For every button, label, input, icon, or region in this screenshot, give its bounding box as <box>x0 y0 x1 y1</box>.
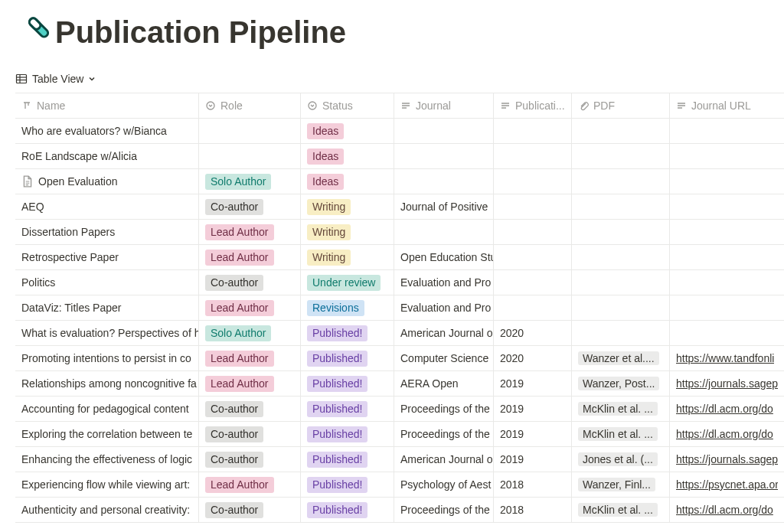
cell-name[interactable]: AEQ <box>15 194 199 219</box>
col-header-pdf[interactable]: PDF <box>572 93 670 118</box>
cell-url[interactable] <box>670 295 784 320</box>
cell-pdf[interactable] <box>572 220 670 244</box>
cell-name[interactable]: Authenticity and personal creativity: <box>15 498 199 522</box>
cell-role[interactable]: Lead Author <box>199 472 301 497</box>
table-row[interactable]: RoE Landscape w/AliciaIdeas <box>15 144 784 169</box>
cell-name[interactable]: RoE Landscape w/Alicia <box>15 144 199 168</box>
cell-journal[interactable]: American Journal o <box>394 447 494 472</box>
cell-journal[interactable]: Psychology of Aest <box>394 472 494 497</box>
cell-publication[interactable]: 2019 <box>494 371 572 396</box>
cell-role[interactable]: Lead Author <box>199 220 301 244</box>
cell-publication[interactable] <box>494 245 572 269</box>
cell-publication[interactable] <box>494 169 572 194</box>
cell-role[interactable]: Co-author <box>199 447 301 472</box>
cell-role[interactable]: Lead Author <box>199 245 301 269</box>
table-row[interactable]: Accounting for pedagogical contentCo-aut… <box>15 397 784 422</box>
cell-pdf[interactable]: Wanzer et al.... <box>572 346 670 370</box>
pdf-attachment[interactable]: Jones et al. (... <box>578 452 658 466</box>
cell-name[interactable]: Relationships among noncognitive fa <box>15 371 199 396</box>
table-row[interactable]: What is evaluation? Perspectives of hSol… <box>15 321 784 346</box>
cell-pdf[interactable]: Wanzer, Post... <box>572 371 670 396</box>
cell-name[interactable]: Enhancing the effectiveness of logic <box>15 447 199 472</box>
cell-role[interactable]: Lead Author <box>199 346 301 370</box>
view-selector[interactable]: Table View <box>15 73 784 85</box>
cell-url[interactable] <box>670 194 784 219</box>
cell-role[interactable] <box>199 144 301 168</box>
cell-name[interactable]: Retrospective Paper <box>15 245 199 269</box>
cell-publication[interactable] <box>494 119 572 143</box>
cell-role[interactable] <box>199 119 301 143</box>
table-row[interactable]: Retrospective PaperLead AuthorWritingOpe… <box>15 245 784 270</box>
cell-status[interactable]: Writing <box>301 220 394 244</box>
cell-url[interactable]: https://journals.sagep <box>670 447 784 472</box>
col-header-journal[interactable]: Journal <box>394 93 494 118</box>
cell-url[interactable]: https://journals.sagep <box>670 371 784 396</box>
cell-status[interactable]: Published! <box>301 422 394 446</box>
cell-pdf[interactable] <box>572 245 670 269</box>
cell-url[interactable] <box>670 119 784 143</box>
cell-role[interactable]: Lead Author <box>199 295 301 320</box>
table-row[interactable]: Enhancing the effectiveness of logic Co-… <box>15 447 784 472</box>
cell-name[interactable]: DataViz: Titles Paper <box>15 295 199 320</box>
cell-status[interactable]: Published! <box>301 472 394 497</box>
cell-name[interactable]: Politics <box>15 270 199 295</box>
cell-status[interactable]: Published! <box>301 321 394 345</box>
cell-publication[interactable]: 2019 <box>494 397 572 421</box>
cell-url[interactable] <box>670 245 784 269</box>
cell-journal[interactable]: Computer Science <box>394 346 494 370</box>
cell-publication[interactable] <box>494 220 572 244</box>
journal-url-link[interactable]: https://www.tandfonli <box>676 352 774 364</box>
table-row[interactable]: Relationships among noncognitive faLead … <box>15 371 784 397</box>
cell-status[interactable]: Published! <box>301 397 394 421</box>
cell-journal[interactable]: American Journal o <box>394 321 494 345</box>
pdf-attachment[interactable]: Wanzer, Finl... <box>578 478 655 491</box>
cell-status[interactable]: Published! <box>301 371 394 396</box>
journal-url-link[interactable]: https://psycnet.apa.or <box>676 478 778 491</box>
cell-name[interactable]: Who are evaluators? w/Bianca <box>15 119 199 143</box>
col-header-status[interactable]: Status <box>301 93 394 118</box>
cell-status[interactable]: Published! <box>301 498 394 522</box>
cell-status[interactable]: Ideas <box>301 119 394 143</box>
cell-publication[interactable] <box>494 295 572 320</box>
cell-pdf[interactable] <box>572 169 670 194</box>
cell-status[interactable]: Ideas <box>301 169 394 194</box>
cell-status[interactable]: Writing <box>301 245 394 269</box>
journal-url-link[interactable]: https://journals.sagep <box>676 453 778 465</box>
cell-url[interactable]: https://psycnet.apa.or <box>670 472 784 497</box>
cell-pdf[interactable] <box>572 321 670 345</box>
cell-status[interactable]: Under review <box>301 270 394 295</box>
cell-journal[interactable] <box>394 119 494 143</box>
table-row[interactable]: Dissertation PapersLead AuthorWriting <box>15 220 784 245</box>
pdf-attachment[interactable]: McKlin et al. ... <box>578 402 658 416</box>
cell-name[interactable]: Accounting for pedagogical content <box>15 397 199 421</box>
cell-role[interactable]: Co-author <box>199 422 301 446</box>
cell-pdf[interactable] <box>572 270 670 295</box>
cell-journal[interactable]: AERA Open <box>394 371 494 396</box>
cell-url[interactable] <box>670 270 784 295</box>
cell-url[interactable] <box>670 144 784 168</box>
cell-role[interactable]: Co-author <box>199 397 301 421</box>
table-row[interactable]: Who are evaluators? w/BiancaIdeas <box>15 119 784 144</box>
cell-status[interactable]: Published! <box>301 346 394 370</box>
cell-publication[interactable]: 2020 <box>494 346 572 370</box>
cell-journal[interactable]: Proceedings of the <box>394 422 494 446</box>
cell-role[interactable]: Co-author <box>199 194 301 219</box>
cell-publication[interactable] <box>494 270 572 295</box>
cell-publication[interactable]: 2018 <box>494 472 572 497</box>
cell-name[interactable]: Promoting intentions to persist in co <box>15 346 199 370</box>
col-header-role[interactable]: Role <box>199 93 301 118</box>
cell-url[interactable] <box>670 220 784 244</box>
cell-publication[interactable]: 2019 <box>494 447 572 472</box>
cell-role[interactable]: Solo Author <box>199 321 301 345</box>
table-row[interactable]: AEQCo-authorWritingJournal of Positive <box>15 194 784 220</box>
pdf-attachment[interactable]: Wanzer, Post... <box>578 377 659 390</box>
cell-role[interactable]: Solo Author <box>199 169 301 194</box>
cell-pdf[interactable]: Jones et al. (... <box>572 447 670 472</box>
cell-name[interactable]: Dissertation Papers <box>15 220 199 244</box>
cell-name[interactable]: What is evaluation? Perspectives of h <box>15 321 199 345</box>
cell-role[interactable]: Co-author <box>199 498 301 522</box>
cell-name[interactable]: Experiencing flow while viewing art: <box>15 472 199 497</box>
cell-role[interactable]: Co-author <box>199 270 301 295</box>
cell-url[interactable]: https://dl.acm.org/do <box>670 422 784 446</box>
cell-publication[interactable]: 2020 <box>494 321 572 345</box>
